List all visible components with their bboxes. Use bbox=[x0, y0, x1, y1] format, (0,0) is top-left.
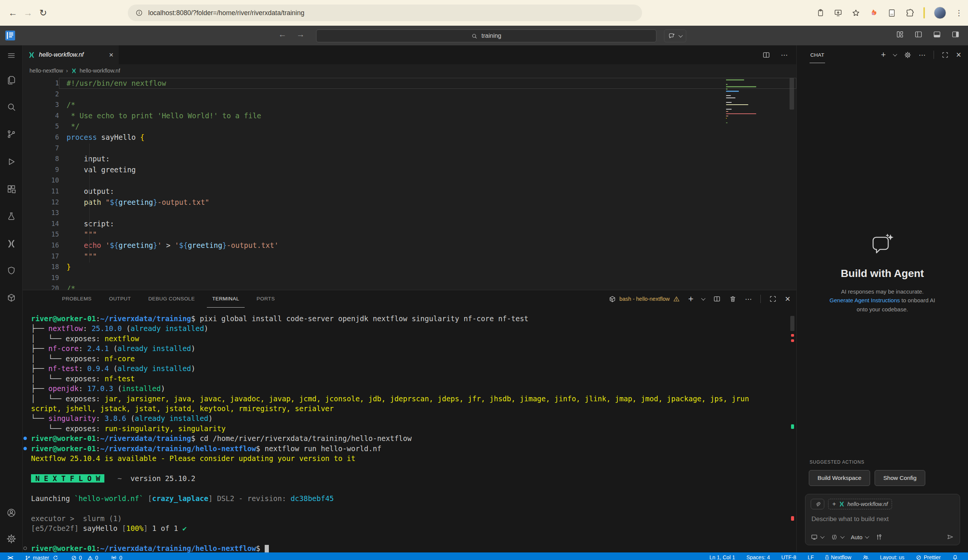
terminal-output[interactable]: river@worker-01:~/riverxdata/training$ p… bbox=[23, 314, 749, 553]
code-line: 4 * Use echo to print 'Hello World!' to … bbox=[23, 110, 796, 121]
terminal-scrollbar-thumb[interactable] bbox=[790, 316, 794, 331]
browser-reload-button[interactable]: ↻ bbox=[36, 5, 51, 20]
panel-tab-terminal[interactable]: TERMINAL bbox=[207, 290, 244, 307]
settings-gear-icon[interactable] bbox=[6, 534, 17, 544]
command-center-search[interactable]: training bbox=[316, 30, 656, 42]
shield-icon[interactable] bbox=[6, 265, 17, 276]
terminal-more-ellipsis-icon[interactable]: ⋯ bbox=[745, 295, 752, 304]
divider bbox=[761, 295, 761, 303]
reload-icon: ↻ bbox=[39, 8, 47, 18]
formatter-item[interactable]: Prettier bbox=[916, 554, 941, 560]
chat-tab[interactable]: CHAT bbox=[810, 46, 825, 63]
chat-close-icon[interactable]: × bbox=[956, 50, 961, 60]
problems-item[interactable]: 0 0 bbox=[71, 555, 98, 560]
minimap-line bbox=[726, 88, 728, 89]
toggle-secondary-sidebar-icon[interactable] bbox=[951, 30, 960, 38]
minimap[interactable] bbox=[726, 79, 757, 125]
terminal-session-tab[interactable]: $ bash - hello-nextflow bbox=[609, 296, 680, 303]
browser-forward-button[interactable]: → bbox=[20, 5, 36, 20]
eol-item[interactable]: LF bbox=[808, 554, 814, 560]
toggle-sidebar-icon[interactable] bbox=[914, 30, 923, 38]
site-info-icon[interactable] bbox=[135, 9, 143, 17]
chat-edit-mode-picker[interactable] bbox=[831, 534, 844, 541]
attach-context-button[interactable] bbox=[811, 499, 824, 509]
new-terminal-icon[interactable]: + bbox=[688, 294, 693, 304]
chat-more-ellipsis-icon[interactable]: ⋯ bbox=[919, 51, 926, 59]
breadcrumb-file[interactable]: hello-workflow.nf bbox=[80, 68, 120, 74]
minimap-line bbox=[726, 102, 732, 103]
generate-agent-instructions-link[interactable]: Generate Agent Instructions bbox=[830, 297, 900, 304]
menu-icon[interactable] bbox=[6, 50, 17, 61]
kill-terminal-trash-icon[interactable] bbox=[729, 295, 737, 303]
live-share-item[interactable] bbox=[862, 554, 869, 560]
install-app-icon[interactable] bbox=[834, 9, 842, 17]
clipboard-icon[interactable] bbox=[816, 9, 825, 17]
address-bar[interactable]: localhost:8080/?folder=/home/river/river… bbox=[128, 5, 642, 21]
ports-item[interactable]: 0 bbox=[111, 555, 122, 560]
browser-menu-kebab-icon[interactable]: ⋮ bbox=[955, 8, 963, 17]
chat-settings-gear-icon[interactable] bbox=[904, 51, 911, 59]
remote-indicator[interactable]: >< bbox=[8, 554, 12, 560]
testing-flask-icon[interactable] bbox=[6, 211, 17, 221]
run-debug-icon[interactable] bbox=[6, 157, 17, 167]
account-icon[interactable] bbox=[6, 507, 17, 518]
source-control-icon[interactable] bbox=[6, 129, 17, 139]
notifications-item[interactable] bbox=[952, 554, 958, 560]
chat-new-chevron-icon[interactable] bbox=[893, 52, 897, 56]
maximize-panel-icon[interactable] bbox=[769, 295, 777, 303]
editor-actions-ellipsis-icon[interactable]: ⋯ bbox=[781, 51, 788, 59]
browser-profile-avatar[interactable] bbox=[934, 7, 946, 19]
browser-back-button[interactable]: ← bbox=[5, 5, 20, 20]
tab-hello-workflow[interactable]: hello-workflow.nf × bbox=[23, 45, 119, 64]
toggle-panel-icon[interactable] bbox=[933, 30, 941, 38]
terminal-line: Launching `hello-world.nf` [crazy_laplac… bbox=[23, 494, 749, 503]
chat-maximize-icon[interactable] bbox=[941, 51, 949, 59]
nextflow-sidebar-icon[interactable] bbox=[6, 238, 17, 249]
show-config-button[interactable]: Show Config bbox=[875, 470, 925, 486]
bookmark-star-icon[interactable] bbox=[852, 9, 860, 17]
split-terminal-icon[interactable] bbox=[713, 295, 721, 303]
terminal-line bbox=[23, 503, 749, 513]
panel-tab-output[interactable]: OUTPUT bbox=[104, 290, 136, 307]
panel-tab-debug-console[interactable]: DEBUG CONSOLE bbox=[143, 290, 200, 307]
chat-input-box[interactable]: + hello-workflow.nf Describe what to bui… bbox=[805, 494, 960, 545]
new-chat-icon[interactable]: + bbox=[881, 50, 886, 60]
panel-tab-problems[interactable]: PROBLEMS bbox=[57, 290, 97, 307]
tab-close-icon[interactable]: × bbox=[109, 51, 113, 59]
chat-mode-picker[interactable] bbox=[811, 534, 824, 541]
history-back-icon[interactable]: ← bbox=[278, 30, 287, 39]
extension-document-icon[interactable] bbox=[887, 9, 896, 17]
send-icon[interactable] bbox=[946, 533, 955, 541]
minimap-line bbox=[726, 116, 728, 117]
extensions-puzzle-icon[interactable] bbox=[905, 8, 914, 17]
cursor-position-item[interactable]: Ln 1, Col 1 bbox=[709, 554, 735, 560]
split-editor-icon[interactable] bbox=[762, 51, 770, 59]
keyboard-layout-item[interactable]: Layout: us bbox=[880, 554, 905, 560]
chat-sparkle-icon bbox=[668, 33, 675, 40]
build-workspace-button[interactable]: Build Workspace bbox=[809, 470, 870, 486]
git-branch-item[interactable]: master bbox=[25, 555, 58, 560]
extensions-icon[interactable] bbox=[6, 183, 17, 194]
editor-scrollbar-thumb[interactable] bbox=[789, 78, 794, 109]
minimap-line bbox=[726, 111, 728, 112]
terminal-line: ├── nextflow: 25.10.0 (already installed… bbox=[23, 324, 749, 333]
search-sidebar-icon[interactable] bbox=[6, 102, 17, 112]
code-editor[interactable]: 1#!/usr/bin/env nextflow23/*4 * Use echo… bbox=[23, 77, 796, 290]
language-mode-item[interactable]: {} Nextflow bbox=[825, 554, 851, 560]
terminal-dropdown-chevron-icon[interactable] bbox=[701, 296, 705, 301]
package-cube-icon[interactable] bbox=[6, 292, 17, 303]
context-chip-current-file[interactable]: + hello-workflow.nf bbox=[828, 499, 892, 509]
panel-tab-ports[interactable]: PORTS bbox=[252, 290, 280, 307]
explorer-icon[interactable] bbox=[6, 74, 17, 85]
extension-flame-icon[interactable] bbox=[869, 8, 878, 17]
breadcrumb[interactable]: hello-nextflow › hello-workflow.nf bbox=[23, 64, 796, 77]
history-forward-icon[interactable]: → bbox=[297, 30, 305, 39]
customize-layout-icon[interactable] bbox=[896, 30, 904, 38]
encoding-item[interactable]: UTF-8 bbox=[781, 554, 796, 560]
tools-icon[interactable] bbox=[875, 534, 883, 541]
indentation-item[interactable]: Spaces: 4 bbox=[746, 554, 770, 560]
titlebar-chat-button[interactable] bbox=[664, 30, 686, 42]
close-panel-icon[interactable]: × bbox=[785, 294, 790, 304]
breadcrumb-folder[interactable]: hello-nextflow bbox=[30, 68, 63, 74]
model-picker[interactable]: Auto bbox=[851, 534, 869, 540]
